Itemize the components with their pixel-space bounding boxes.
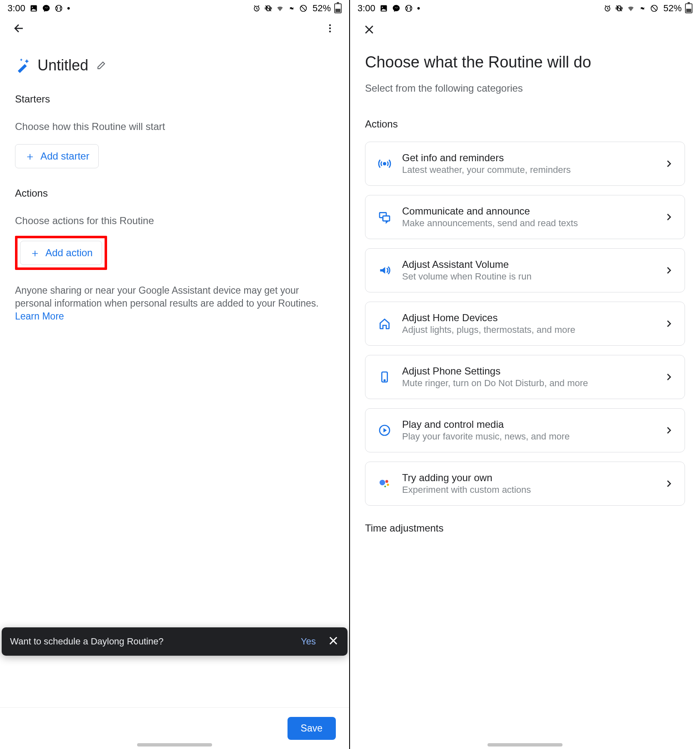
add-action-button[interactable]: ＋ Add action	[20, 241, 102, 265]
volume-icon	[376, 262, 393, 279]
chevron-right-icon	[664, 212, 674, 222]
battery-icon	[685, 3, 692, 13]
overflow-menu-button[interactable]	[322, 20, 338, 37]
chevron-right-icon	[664, 479, 674, 489]
svg-point-8	[329, 30, 331, 32]
status-bar: 3:00 • 52%	[0, 0, 349, 17]
svg-point-19	[384, 379, 385, 381]
choose-subtitle: Select from the following categories	[365, 82, 685, 94]
routine-title: Untitled	[38, 57, 88, 74]
card-title: Adjust Home Devices	[402, 312, 655, 324]
data-icon	[638, 4, 647, 12]
vibrate-icon	[264, 4, 272, 12]
status-time: 3:00	[358, 3, 375, 14]
card-sub: Latest weather, your commute, reminders	[402, 165, 655, 175]
chevron-right-icon	[664, 265, 674, 275]
messenger-icon	[392, 4, 400, 12]
actions-heading: Actions	[15, 187, 334, 199]
photos-icon	[380, 4, 388, 12]
ball-icon	[405, 4, 413, 12]
chevron-right-icon	[664, 372, 674, 382]
home-icon	[376, 315, 393, 332]
vibrate-icon	[615, 4, 623, 12]
ball-icon	[55, 4, 63, 12]
appbar-right	[350, 17, 700, 40]
svg-point-21	[380, 479, 385, 485]
choose-title: Choose what the Routine will do	[365, 52, 685, 72]
chat-icon	[376, 209, 393, 225]
svg-point-6	[329, 24, 331, 26]
broadcast-icon	[376, 155, 393, 172]
alarm-icon	[603, 4, 612, 12]
highlight-add-action: ＋ Add action	[15, 236, 107, 270]
save-button[interactable]: Save	[288, 717, 336, 740]
learn-more-link[interactable]: Learn More	[15, 311, 64, 322]
chevron-right-icon	[664, 159, 674, 169]
card-title: Get info and reminders	[402, 152, 655, 164]
starters-hint: Choose how this Routine will start	[15, 121, 334, 132]
card-title: Adjust Assistant Volume	[402, 259, 655, 270]
svg-point-22	[385, 480, 388, 483]
battery-percent: 52%	[312, 3, 331, 14]
card-sub: Set volume when Routine is run	[402, 271, 655, 282]
snackbar-yes-button[interactable]: Yes	[301, 636, 316, 647]
card-sub: Make announcements, send and read texts	[402, 218, 655, 229]
card-title: Try adding your own	[402, 472, 655, 484]
action-card-custom[interactable]: Try adding your own Experiment with cust…	[365, 462, 685, 506]
card-title: Play and control media	[402, 419, 655, 430]
gesture-bar	[488, 743, 562, 747]
svg-point-24	[384, 485, 386, 487]
action-card-phone-settings[interactable]: Adjust Phone Settings Mute ringer, turn …	[365, 355, 685, 399]
starters-heading: Starters	[15, 93, 334, 105]
add-action-label: Add action	[45, 247, 92, 259]
action-card-communicate[interactable]: Communicate and announce Make announceme…	[365, 195, 685, 239]
card-sub: Experiment with custom actions	[402, 484, 655, 495]
privacy-disclosure: Anyone sharing or near your Google Assis…	[15, 284, 334, 323]
svg-point-7	[329, 27, 331, 29]
close-button[interactable]	[361, 21, 378, 38]
actions-hint: Choose actions for this Routine	[15, 215, 334, 227]
card-sub: Adjust lights, plugs, thermostats, and m…	[402, 325, 655, 335]
no-signal-icon	[299, 4, 308, 12]
card-sub: Mute ringer, turn on Do Not Disturb, and…	[402, 378, 655, 389]
add-starter-label: Add starter	[40, 150, 89, 162]
assistant-icon	[376, 475, 393, 492]
time-adjustments-heading: Time adjustments	[365, 522, 685, 534]
action-card-volume[interactable]: Adjust Assistant Volume Set volume when …	[365, 248, 685, 292]
messenger-icon	[42, 4, 50, 12]
actions-heading: Actions	[365, 118, 685, 130]
wand-icon	[15, 57, 32, 74]
status-bar: 3:00 • 52%	[350, 0, 700, 17]
card-title: Communicate and announce	[402, 205, 655, 217]
data-icon	[288, 4, 296, 12]
action-card-info-reminders[interactable]: Get info and reminders Latest weather, y…	[365, 142, 685, 186]
chevron-right-icon	[664, 425, 674, 435]
status-more-dot: •	[417, 4, 420, 13]
chevron-right-icon	[664, 319, 674, 329]
plus-icon: ＋	[30, 247, 40, 258]
snackbar-message: Want to schedule a Daylong Routine?	[10, 636, 164, 647]
wifi-icon	[276, 4, 284, 12]
card-sub: Play your favorite music, news, and more	[402, 431, 655, 442]
phone-icon	[376, 369, 393, 385]
status-more-dot: •	[67, 4, 70, 13]
no-signal-icon	[650, 4, 658, 12]
card-title: Adjust Phone Settings	[402, 365, 655, 377]
photos-icon	[30, 4, 38, 12]
snackbar-close-button[interactable]	[328, 635, 339, 648]
alarm-icon	[252, 4, 261, 12]
appbar-left	[0, 17, 349, 40]
snackbar: Want to schedule a Daylong Routine? Yes	[2, 627, 348, 656]
svg-point-10	[382, 7, 383, 8]
add-starter-button[interactable]: ＋ Add starter	[15, 144, 99, 168]
wifi-icon	[627, 4, 635, 12]
battery-percent: 52%	[663, 3, 682, 14]
edit-title-button[interactable]	[96, 60, 107, 71]
status-time: 3:00	[8, 3, 25, 14]
back-button[interactable]	[11, 20, 28, 37]
gesture-bar	[137, 743, 212, 747]
action-card-play-media[interactable]: Play and control media Play your favorit…	[365, 408, 685, 452]
action-card-home-devices[interactable]: Adjust Home Devices Adjust lights, plugs…	[365, 302, 685, 346]
plus-icon: ＋	[25, 151, 35, 162]
svg-point-15	[383, 162, 385, 165]
